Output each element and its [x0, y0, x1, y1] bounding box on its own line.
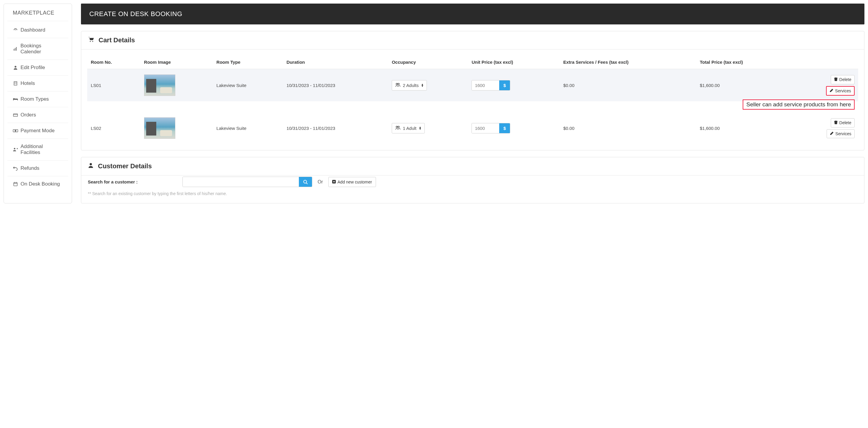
cell-duration: 10/31/2023 - 11/01/2023 — [283, 69, 389, 102]
cart-title: Cart Details — [98, 36, 135, 44]
currency-addon[interactable]: $ — [499, 123, 510, 133]
unit-price-input-group: $ — [471, 123, 510, 134]
sidebar-item-label: Orders — [21, 112, 36, 118]
user-icon — [13, 65, 18, 70]
sidebar-item-additional-facilities[interactable]: Additional Facilities — [7, 139, 68, 161]
sidebar-item-label: Room Types — [21, 96, 49, 102]
delete-button[interactable]: Delete — [831, 75, 855, 84]
svg-rect-14 — [14, 182, 17, 186]
svg-rect-9 — [13, 114, 18, 116]
search-hint: ** Search for an existing customer by ty… — [88, 191, 858, 196]
svg-rect-0 — [14, 49, 14, 51]
sidebar-item-label: Bookings Calender — [21, 43, 63, 55]
sidebar-title: MARKETPLACE — [7, 6, 68, 21]
sidebar-item-dashboard[interactable]: Dashboard — [7, 22, 68, 38]
customer-panel: Customer Details Search for a customer :… — [81, 157, 864, 203]
sidebar-item-refunds[interactable]: Refunds — [7, 161, 68, 176]
pencil-icon — [830, 88, 833, 93]
unit-price-input-group: $ — [471, 80, 510, 90]
sidebar-item-hotels[interactable]: Hotels — [7, 76, 68, 91]
sidebar-item-label: Dashboard — [21, 27, 45, 33]
sidebar-item-label: Payment Mode — [21, 128, 55, 134]
svg-point-19 — [92, 41, 93, 42]
cell-room-type: Lakeview Suite — [213, 112, 283, 144]
search-customer-label: Search for a customer : — [88, 179, 177, 184]
col-room-type: Room Type — [213, 55, 283, 69]
search-customer-input[interactable] — [183, 177, 299, 187]
svg-point-22 — [396, 126, 398, 127]
sort-icon: ▲▼ — [419, 126, 422, 130]
svg-rect-7 — [14, 83, 15, 84]
cart-icon — [88, 36, 94, 45]
card-icon — [13, 112, 18, 118]
svg-point-24 — [90, 163, 92, 166]
user-icon — [88, 162, 94, 170]
col-extra: Extra Services / Fees (tax excl) — [560, 55, 696, 69]
occupancy-icon — [395, 83, 400, 88]
search-button[interactable] — [299, 177, 312, 187]
svg-point-25 — [304, 180, 307, 183]
svg-point-20 — [396, 83, 398, 85]
money-icon — [13, 128, 18, 134]
cell-room-no: LS02 — [87, 112, 141, 144]
sidebar-item-label: Hotels — [21, 80, 35, 86]
calendar-icon — [13, 181, 18, 187]
col-room-no: Room No. — [87, 55, 141, 69]
customer-title: Customer Details — [98, 162, 152, 170]
customer-panel-header: Customer Details — [81, 157, 864, 175]
sidebar-item-bookings-calendar[interactable]: Bookings Calender — [7, 38, 68, 60]
sidebar-item-label: Edit Profile — [21, 65, 45, 70]
cell-room-type: Lakeview Suite — [213, 69, 283, 102]
unit-price-input[interactable] — [472, 80, 499, 90]
delete-button[interactable]: Delete — [831, 118, 855, 127]
cart-panel: Cart Details Room No. Room Image Room Ty… — [81, 31, 864, 150]
add-new-customer-button[interactable]: Add new customer — [328, 177, 376, 187]
sidebar: MARKETPLACE Dashboard Bookings Calender … — [4, 4, 72, 203]
or-text: Or — [318, 179, 323, 185]
occupancy-icon — [395, 125, 400, 131]
svg-point-13 — [14, 148, 16, 149]
cell-extra: $0.00 — [560, 112, 696, 144]
occupancy-value: 2 Adults — [403, 83, 418, 88]
occupancy-value: 1 Adult — [403, 126, 416, 131]
col-room-image: Room Image — [141, 55, 213, 69]
page-title: CREATE ON DESK BOOKING — [81, 4, 864, 24]
sidebar-item-edit-profile[interactable]: Edit Profile — [7, 60, 68, 76]
cart-table: Room No. Room Image Room Type Duration O… — [87, 55, 858, 144]
sidebar-item-on-desk-booking[interactable]: On Desk Booking — [7, 176, 68, 192]
cell-room-no: LS01 — [87, 69, 141, 102]
annotation-box: Seller can add service products from her… — [743, 99, 855, 110]
unit-price-input[interactable] — [472, 123, 499, 133]
col-unit-price: Unit Price (tax excl) — [468, 55, 560, 69]
room-image — [144, 117, 175, 139]
svg-line-26 — [306, 183, 308, 184]
cell-total: $1,600.00 — [696, 112, 791, 144]
users-plus-icon — [13, 147, 18, 152]
sidebar-item-payment-mode[interactable]: Payment Mode — [7, 123, 68, 139]
plus-square-icon — [332, 180, 336, 184]
cell-duration: 10/31/2023 - 11/01/2023 — [283, 112, 389, 144]
services-button[interactable]: Services — [827, 129, 855, 138]
bed-icon — [13, 96, 18, 102]
annotation-row: Seller can add service products from her… — [87, 101, 858, 112]
col-total: Total Price (tax excl) — [696, 55, 791, 69]
sidebar-item-orders[interactable]: Orders — [7, 107, 68, 123]
search-customer-group — [183, 177, 312, 187]
occupancy-select[interactable]: 1 Adult ▲▼ — [392, 123, 425, 134]
svg-rect-6 — [16, 82, 17, 83]
trash-icon — [834, 77, 838, 82]
sidebar-item-label: On Desk Booking — [21, 181, 60, 187]
cell-extra: $0.00 — [560, 69, 696, 102]
table-row: LS01 Lakeview Suite 10/31/2023 - 11/01/2… — [87, 69, 858, 102]
svg-rect-1 — [15, 48, 16, 51]
svg-point-23 — [398, 126, 400, 127]
services-button[interactable]: Services — [826, 86, 855, 95]
undo-icon — [13, 166, 18, 171]
currency-addon[interactable]: $ — [499, 80, 510, 90]
cart-panel-header: Cart Details — [81, 31, 864, 50]
sidebar-item-room-types[interactable]: Room Types — [7, 91, 68, 107]
svg-rect-4 — [14, 82, 17, 85]
svg-rect-2 — [16, 47, 17, 51]
occupancy-select[interactable]: 2 Adults ▲▼ — [392, 80, 427, 90]
svg-point-12 — [15, 130, 16, 131]
